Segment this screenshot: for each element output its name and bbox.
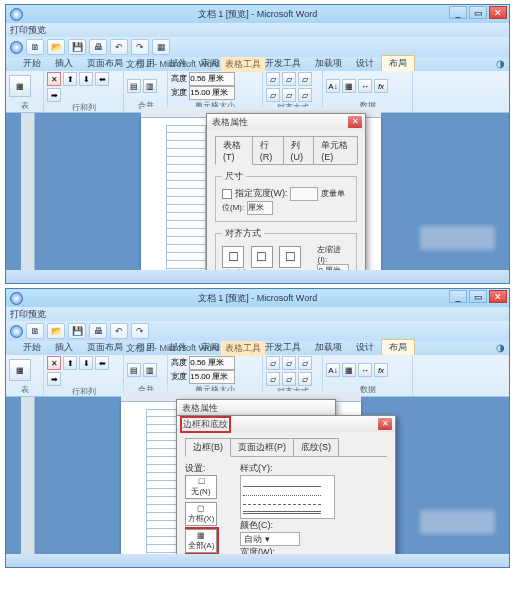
tab-pagelayout[interactable]: 页面布局 — [80, 340, 130, 355]
tab-col-prop[interactable]: 列(U) — [283, 136, 315, 164]
align-tc-icon[interactable]: ▱ — [282, 72, 296, 86]
merge-icon[interactable]: ▤ — [127, 79, 141, 93]
tab-shading[interactable]: 底纹(S) — [293, 438, 339, 456]
insert-right-icon[interactable]: ➡ — [47, 372, 61, 386]
open-icon[interactable]: 📂 — [47, 39, 65, 55]
align-ml-icon[interactable]: ▱ — [266, 372, 280, 386]
dialog2-close-icon[interactable]: ✕ — [378, 418, 392, 430]
style-listbox[interactable] — [240, 475, 335, 519]
maximize-button[interactable]: ▭ — [469, 290, 487, 303]
tab-addins[interactable]: 加载项 — [308, 340, 349, 355]
print-icon[interactable]: 🖶 — [89, 39, 107, 55]
office-orb-2[interactable] — [10, 325, 23, 338]
pref-width-checkbox[interactable] — [222, 189, 232, 199]
measure-combo[interactable]: 厘米 — [247, 201, 273, 215]
align-tl-icon[interactable]: ▱ — [266, 356, 280, 370]
align-mr-icon[interactable]: ▱ — [298, 88, 312, 102]
width-input[interactable]: 15.00 厘米 — [189, 370, 235, 384]
tab-table-prop[interactable]: 表格(T) — [215, 136, 253, 165]
undo-icon[interactable]: ↶ — [110, 39, 128, 55]
delete-icon[interactable]: ✕ — [47, 72, 61, 86]
setting-none[interactable]: ☐无(N) — [185, 475, 217, 499]
insert-right-icon[interactable]: ➡ — [47, 88, 61, 102]
insert-above-icon[interactable]: ⬆ — [63, 72, 77, 86]
formula-icon[interactable]: fx — [374, 79, 388, 93]
insert-below-icon[interactable]: ⬇ — [79, 356, 93, 370]
print-icon[interactable]: 🖶 — [89, 323, 107, 339]
dialog-close-icon[interactable]: ✕ — [348, 116, 362, 128]
office-orb[interactable] — [10, 8, 23, 21]
align-tc-icon[interactable]: ▱ — [282, 356, 296, 370]
width-input[interactable]: 15.00 厘米 — [189, 86, 235, 100]
tab-layout[interactable]: 布局 — [381, 339, 415, 355]
save-icon[interactable]: 💾 — [68, 39, 86, 55]
new-icon[interactable]: 🗎 — [26, 323, 44, 339]
tab-borders[interactable]: 边框(B) — [185, 438, 231, 457]
setting-all[interactable]: ▦全部(A) — [185, 529, 217, 553]
redo-icon[interactable]: ↷ — [131, 39, 149, 55]
color-combo[interactable]: 自动 ▾ — [240, 532, 300, 546]
align-tl-icon[interactable]: ▱ — [266, 72, 280, 86]
merge-icon[interactable]: ▤ — [127, 363, 141, 377]
maximize-button[interactable]: ▭ — [469, 6, 487, 19]
repeat-header-icon[interactable]: ▦ — [342, 79, 356, 93]
tab-addins[interactable]: 加载项 — [308, 56, 349, 71]
align-ml-icon[interactable]: ▱ — [266, 88, 280, 102]
formula-icon[interactable]: fx — [374, 363, 388, 377]
tab-developer[interactable]: 开发工具 — [258, 56, 308, 71]
close-button[interactable]: ✕ — [489, 6, 507, 19]
height-input[interactable]: 0.56 厘米 — [189, 72, 235, 86]
align-right-opt[interactable]: ☐ — [279, 246, 301, 268]
tab-row-prop[interactable]: 行(R) — [252, 136, 284, 164]
tab-page-border[interactable]: 页面边框(P) — [230, 438, 294, 456]
align-tr-icon[interactable]: ▱ — [298, 72, 312, 86]
insert-below-icon[interactable]: ⬇ — [79, 72, 93, 86]
minimize-button[interactable]: _ — [449, 6, 467, 19]
sort-icon[interactable]: A↓ — [326, 79, 340, 93]
pref-width-input[interactable] — [290, 187, 318, 201]
split-icon[interactable]: ▥ — [143, 79, 157, 93]
minimize-button[interactable]: _ — [449, 290, 467, 303]
close-button[interactable]: ✕ — [489, 290, 507, 303]
align-mc-icon[interactable]: ▱ — [282, 88, 296, 102]
help-icon[interactable]: ◑ — [496, 58, 505, 69]
tab-developer[interactable]: 开发工具 — [258, 340, 308, 355]
insert-left-icon[interactable]: ⬅ — [95, 356, 109, 370]
tab-cell-prop[interactable]: 单元格(E) — [313, 136, 358, 164]
select-icon[interactable]: ▦ — [9, 75, 31, 97]
user-table[interactable] — [166, 125, 206, 284]
tab-insert[interactable]: 插入 — [48, 340, 80, 355]
tab-start[interactable]: 开始 — [16, 56, 48, 71]
insert-left-icon[interactable]: ⬅ — [95, 72, 109, 86]
undo-icon[interactable]: ↶ — [110, 323, 128, 339]
setting-box[interactable]: ▢方框(X) — [185, 502, 217, 526]
tab-design[interactable]: 设计 — [349, 56, 381, 71]
new-icon[interactable]: 🗎 — [26, 39, 44, 55]
convert-icon[interactable]: ↔ — [358, 79, 372, 93]
repeat-header-icon[interactable]: ▦ — [342, 363, 356, 377]
help-icon[interactable]: ◑ — [496, 342, 505, 353]
align-left-opt[interactable]: ☐ — [222, 246, 244, 268]
tab-design[interactable]: 设计 — [349, 340, 381, 355]
select-icon[interactable]: ▦ — [9, 359, 31, 381]
tab-insert[interactable]: 插入 — [48, 56, 80, 71]
align-mr-icon[interactable]: ▱ — [298, 372, 312, 386]
height-input[interactable]: 0.56 厘米 — [189, 356, 235, 370]
save-icon[interactable]: 💾 — [68, 323, 86, 339]
align-mc-icon[interactable]: ▱ — [282, 372, 296, 386]
open-icon[interactable]: 📂 — [47, 323, 65, 339]
redo-icon[interactable]: ↷ — [131, 323, 149, 339]
tab-layout[interactable]: 布局 — [381, 55, 415, 71]
sort-icon[interactable]: A↓ — [326, 363, 340, 377]
convert-icon[interactable]: ↔ — [358, 363, 372, 377]
table-icon[interactable]: ▦ — [152, 39, 170, 55]
office-orb-2[interactable] — [10, 41, 23, 54]
tab-pagelayout[interactable]: 页面布局 — [80, 56, 130, 71]
delete-icon[interactable]: ✕ — [47, 356, 61, 370]
align-center-opt[interactable]: ☐ — [251, 246, 273, 268]
office-orb[interactable] — [10, 292, 23, 305]
split-icon[interactable]: ▥ — [143, 363, 157, 377]
align-tr-icon[interactable]: ▱ — [298, 356, 312, 370]
tab-start[interactable]: 开始 — [16, 340, 48, 355]
insert-above-icon[interactable]: ⬆ — [63, 356, 77, 370]
